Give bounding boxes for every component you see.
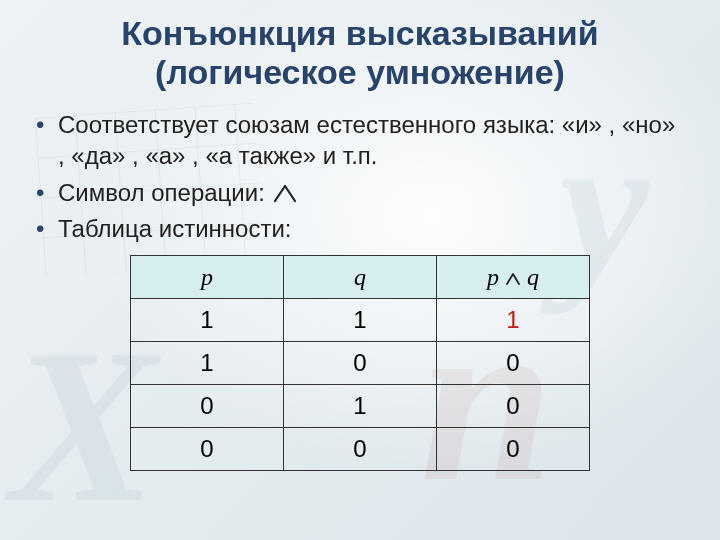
- slide-title: Конъюнкция высказываний (логическое умно…: [0, 0, 720, 92]
- title-line-1: Конъюнкция высказываний: [121, 14, 598, 52]
- bullet-3: Таблица истинности:: [34, 214, 686, 245]
- cell-q: 1: [284, 385, 437, 428]
- slide: X n y Конъюнкция высказываний (логическо…: [0, 0, 720, 540]
- table-head-row: p q p q: [131, 256, 590, 299]
- bullet-list: Соответствует союзам естественного языка…: [34, 110, 686, 245]
- bullet-3-text: Таблица истинности:: [58, 215, 292, 242]
- col-q: q: [284, 256, 437, 299]
- cell-p: 0: [131, 385, 284, 428]
- cell-p: 1: [131, 342, 284, 385]
- formula-q: q: [527, 264, 539, 290]
- table-row: 0 0 0: [131, 428, 590, 471]
- col-p: p: [131, 256, 284, 299]
- col-q-label: q: [354, 264, 366, 290]
- table-row: 1 0 0: [131, 342, 590, 385]
- table-row: 1 1 1: [131, 299, 590, 342]
- bullet-2: Символ операции:: [34, 178, 686, 209]
- cell-q: 0: [284, 342, 437, 385]
- col-p-and-q: p q: [437, 256, 590, 299]
- cell-q: 0: [284, 428, 437, 471]
- and-symbol-icon: [272, 183, 298, 203]
- bullet-1-text: Соответствует союзам естественного языка…: [58, 111, 675, 169]
- formula-p: p: [487, 264, 499, 290]
- cell-r: 0: [437, 428, 590, 471]
- cell-r: 0: [437, 385, 590, 428]
- cell-p: 0: [131, 428, 284, 471]
- formula-p-and-q: p q: [487, 264, 539, 290]
- bullet-2-text: Символ операции:: [58, 179, 272, 206]
- cell-r: 0: [437, 342, 590, 385]
- cell-r: 1: [437, 299, 590, 342]
- truth-table: p q p q 1 1 1 1: [130, 255, 590, 471]
- cell-q: 1: [284, 299, 437, 342]
- table-body: 1 1 1 1 0 0 0 1 0 0 0 0: [131, 299, 590, 471]
- bullet-1: Соответствует союзам естественного языка…: [34, 110, 686, 171]
- title-line-2: (логическое умножение): [155, 53, 565, 91]
- table-row: 0 1 0: [131, 385, 590, 428]
- col-p-label: p: [201, 264, 213, 290]
- cell-p: 1: [131, 299, 284, 342]
